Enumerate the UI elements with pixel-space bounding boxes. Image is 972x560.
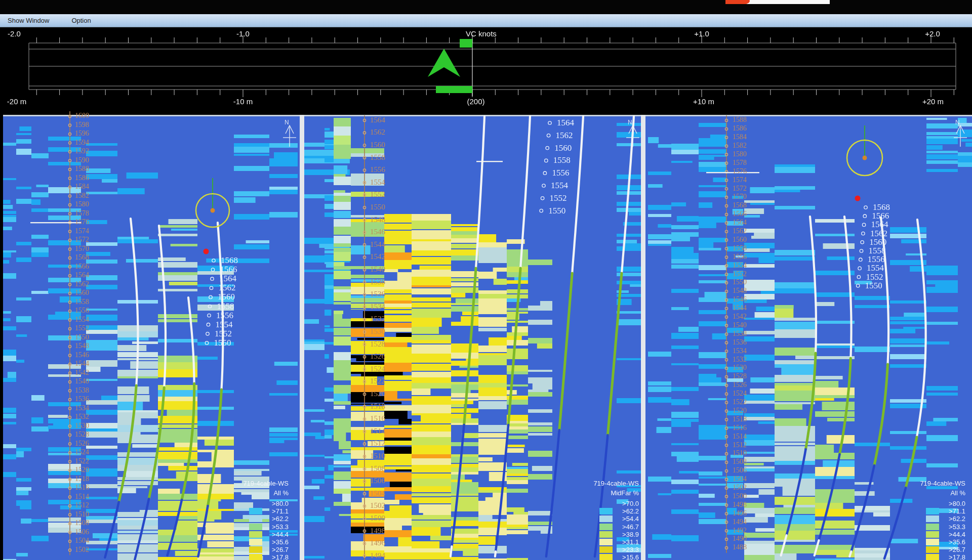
menu-item-show-window[interactable]: Show Window bbox=[0, 14, 64, 27]
menu-bar: Show Window Option bbox=[0, 14, 972, 27]
spread-view-panel-left[interactable] bbox=[3, 115, 300, 560]
background-window-fragment bbox=[725, 0, 830, 4]
menu-item-option[interactable]: Option bbox=[64, 14, 98, 27]
spread-view-panel-right[interactable] bbox=[645, 115, 972, 560]
top-window-strip bbox=[0, 0, 972, 14]
application-window: NNN -2.0-1.0+1.0+2.0VC knots-20 m-10 m(2… bbox=[0, 0, 972, 560]
spread-view-panel-middle[interactable] bbox=[304, 115, 641, 560]
background-window-logo bbox=[725, 0, 750, 4]
